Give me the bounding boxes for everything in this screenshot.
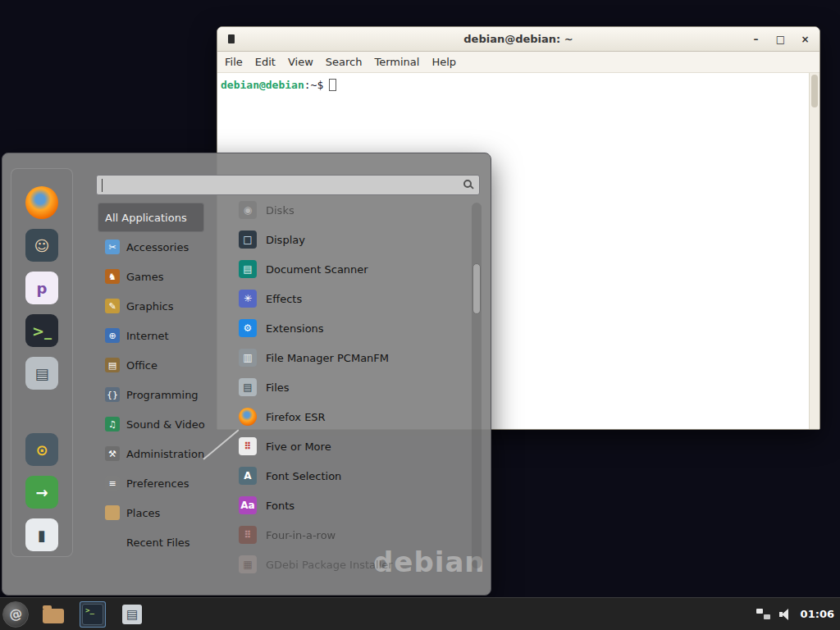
application-item[interactable]: ◉ Disks bbox=[239, 195, 468, 225]
terminal-menubar: File Edit View Search Terminal Help bbox=[217, 52, 819, 73]
launcher-button[interactable] bbox=[40, 601, 66, 628]
favorite-app-icon: >_ bbox=[25, 314, 58, 347]
favorite-app-button[interactable]: >_ bbox=[25, 314, 58, 347]
category-icon: ▤ bbox=[105, 358, 120, 372]
category-item[interactable]: ⊕ Internet bbox=[98, 321, 204, 350]
clock[interactable]: 01:06 bbox=[801, 608, 834, 620]
application-item[interactable]: ▦ GDebi Package Installer bbox=[239, 550, 468, 579]
terminal-menu-item[interactable]: Terminal bbox=[374, 56, 419, 68]
favorite-app-button[interactable] bbox=[25, 186, 58, 219]
category-list: All Applications ✂ Accessories ♞ Games ✎… bbox=[98, 203, 204, 557]
terminal-titlebar[interactable]: debian@debian: ~ – □ × bbox=[217, 27, 819, 52]
application-icon: ▤ bbox=[239, 260, 257, 278]
application-item[interactable]: □ Display bbox=[239, 225, 468, 254]
category-item[interactable]: Recent Files bbox=[98, 527, 204, 557]
application-item[interactable]: ⠿ Five or More bbox=[239, 431, 468, 461]
terminal-window-icon bbox=[228, 34, 235, 43]
application-item[interactable]: ▥ File Manager PCManFM bbox=[239, 343, 468, 372]
debian-logo-icon: @ bbox=[7, 605, 24, 623]
category-item[interactable]: ✎ Graphics bbox=[98, 291, 204, 321]
category-icon: {} bbox=[105, 387, 120, 402]
application-label: Document Scanner bbox=[266, 263, 368, 276]
favorite-app-icon: p bbox=[25, 272, 58, 304]
panel-launchers: >_ ▤ bbox=[40, 601, 145, 628]
favorite-app-button[interactable]: ⊙ bbox=[25, 433, 58, 466]
application-icon: Aa bbox=[239, 496, 257, 514]
favorite-app-button[interactable]: p bbox=[25, 272, 58, 304]
application-icon: A bbox=[239, 467, 257, 485]
terminal-menu-item[interactable]: Edit bbox=[255, 56, 276, 68]
application-icon bbox=[239, 408, 257, 426]
application-item[interactable]: ▤ Files bbox=[239, 372, 468, 402]
category-label: Accessories bbox=[126, 241, 189, 253]
menu-scrollbar[interactable] bbox=[472, 203, 482, 568]
application-item[interactable]: ⚙ Extensions bbox=[239, 313, 468, 343]
minimize-button[interactable]: – bbox=[750, 34, 762, 45]
category-label: Programming bbox=[126, 389, 199, 401]
network-icon[interactable] bbox=[756, 608, 770, 620]
terminal-scrollbar[interactable] bbox=[809, 73, 819, 429]
category-item[interactable]: ≡ Preferences bbox=[98, 468, 204, 498]
application-label: Effects bbox=[266, 293, 302, 305]
taskbar-panel: @ >_ ▤ 01:06 bbox=[0, 597, 840, 630]
application-icon: □ bbox=[239, 231, 257, 249]
favorite-app-button[interactable]: ▮ bbox=[25, 518, 58, 551]
category-label: All Applications bbox=[105, 212, 187, 224]
terminal-scrollbar-thumb[interactable] bbox=[811, 75, 818, 107]
search-input[interactable] bbox=[97, 176, 479, 194]
launcher-button[interactable]: >_ bbox=[80, 601, 106, 628]
search-icon bbox=[463, 180, 472, 188]
category-item[interactable]: Places bbox=[98, 498, 204, 527]
terminal-menu-item[interactable]: Help bbox=[431, 56, 456, 68]
prompt-user-host: debian@debian bbox=[221, 79, 304, 91]
category-item[interactable]: ✂ Accessories bbox=[98, 232, 204, 262]
launcher-icon: ▤ bbox=[122, 605, 142, 624]
application-label: Fonts bbox=[266, 500, 294, 512]
terminal-cursor bbox=[329, 79, 336, 91]
close-button[interactable]: × bbox=[799, 34, 811, 45]
application-item[interactable]: Firefox ESR bbox=[239, 402, 468, 431]
menu-scrollbar-thumb[interactable] bbox=[472, 263, 481, 314]
favorite-app-icon: ▮ bbox=[25, 518, 58, 551]
application-label: GDebi Package Installer bbox=[266, 559, 393, 571]
favorite-app-button[interactable]: ☺ bbox=[25, 229, 58, 262]
application-icon: ▤ bbox=[239, 378, 257, 396]
favorites-column: ☺ p >_ ▤ ⊙ → bbox=[11, 168, 73, 557]
category-icon: ✎ bbox=[105, 299, 120, 313]
application-item[interactable]: A Font Selection bbox=[239, 461, 468, 491]
category-label: Preferences bbox=[126, 477, 189, 490]
launcher-button[interactable]: ▤ bbox=[119, 601, 145, 628]
category-item[interactable]: ♫ Sound & Video bbox=[98, 409, 204, 439]
application-item[interactable]: ▤ Document Scanner bbox=[239, 254, 468, 284]
category-item[interactable]: {} Programming bbox=[98, 380, 204, 409]
application-icon: ⚙ bbox=[239, 319, 257, 337]
category-label: Recent Files bbox=[126, 536, 190, 549]
application-item[interactable]: Aa Fonts bbox=[239, 491, 468, 520]
category-item[interactable]: All Applications bbox=[98, 203, 204, 232]
favorite-app-button[interactable]: → bbox=[25, 476, 58, 509]
terminal-title: debian@debian: ~ bbox=[217, 33, 819, 45]
volume-icon[interactable] bbox=[779, 609, 792, 620]
menu-button[interactable]: @ bbox=[2, 601, 29, 628]
category-label: Graphics bbox=[126, 300, 173, 313]
terminal-menu-item[interactable]: File bbox=[225, 56, 243, 68]
category-label: Administration bbox=[126, 448, 204, 460]
maximize-button[interactable]: □ bbox=[774, 34, 787, 45]
application-menu: debian ☺ p >_ ▤ bbox=[2, 153, 491, 596]
favorite-app-icon: ▤ bbox=[25, 357, 58, 390]
category-icon: ♞ bbox=[105, 269, 120, 284]
category-item[interactable]: ⚒ Administration bbox=[98, 439, 204, 468]
application-item[interactable]: ⠿ Four-in-a-row bbox=[239, 520, 468, 550]
application-label: Display bbox=[266, 234, 305, 246]
application-label: Files bbox=[266, 381, 290, 394]
text-cursor bbox=[102, 179, 103, 192]
favorite-app-button[interactable]: ▤ bbox=[25, 357, 58, 390]
category-label: Internet bbox=[126, 330, 169, 342]
category-item[interactable]: ▤ Office bbox=[98, 350, 204, 380]
category-label: Places bbox=[126, 507, 160, 519]
application-icon: ⠿ bbox=[239, 526, 257, 544]
category-item[interactable]: ♞ Games bbox=[98, 262, 204, 291]
application-item[interactable]: ✳ Effects bbox=[239, 284, 468, 313]
terminal-menu-item[interactable]: View bbox=[288, 56, 313, 68]
terminal-menu-item[interactable]: Search bbox=[326, 56, 363, 68]
